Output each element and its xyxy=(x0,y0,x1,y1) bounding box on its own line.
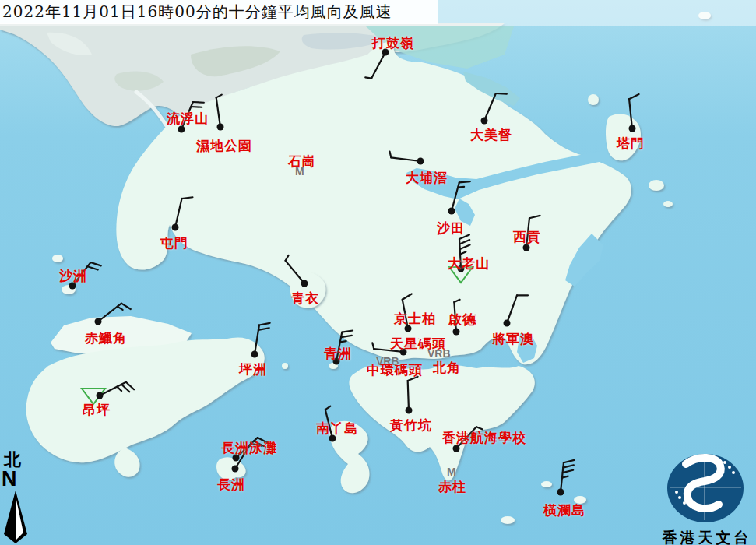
hko-logo: 香港天文台 HONG KONG OBSERVATORY xyxy=(658,452,756,545)
north-cjk-label: 北 xyxy=(2,451,33,469)
hko-logo-icon xyxy=(658,452,756,523)
map-title: 2022年11月01日16時00分的十分鐘平均風向及風速 xyxy=(0,2,392,23)
north-letter: N xyxy=(2,469,33,489)
title-bar: 2022年11月01日16時00分的十分鐘平均風向及風速 xyxy=(0,0,438,24)
north-arrow-icon xyxy=(2,489,33,545)
basemap xyxy=(0,0,756,545)
wind-map-canvas: 打鼓嶺流浮山濕地公園石崗M大美督塔門大埔滘沙田西貢大老山屯門沙洲赤鱲角青衣青洲京… xyxy=(0,0,756,545)
hko-logo-cjk: 香港天文台 xyxy=(658,528,756,545)
north-indicator: 北 N xyxy=(2,451,33,545)
